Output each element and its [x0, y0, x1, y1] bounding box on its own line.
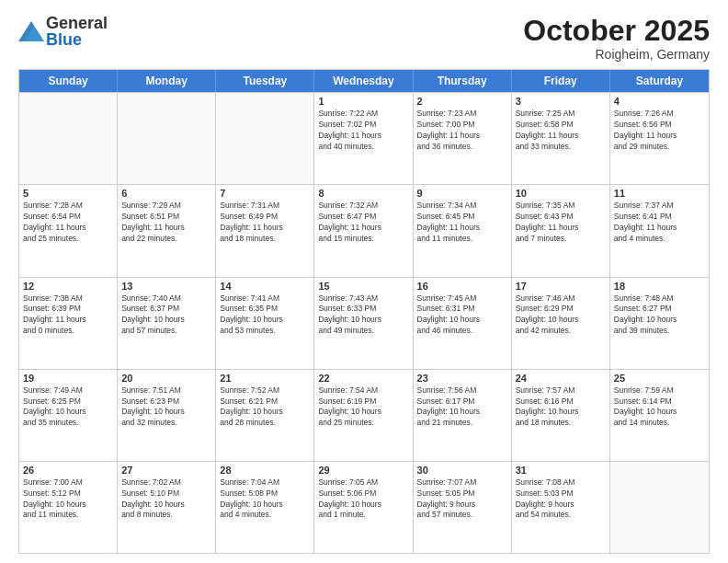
day-number: 7 [220, 188, 310, 199]
day-number: 16 [417, 281, 507, 292]
day-info: Sunrise: 7:49 AM Sunset: 6:25 PM Dayligh… [23, 385, 113, 430]
cal-day-15: 15Sunrise: 7:43 AM Sunset: 6:33 PM Dayli… [314, 278, 413, 369]
logo-text: General Blue [46, 15, 108, 48]
day-number: 29 [318, 465, 408, 476]
day-number: 11 [614, 188, 705, 199]
day-info: Sunrise: 7:00 AM Sunset: 5:12 PM Dayligh… [23, 477, 113, 522]
day-info: Sunrise: 7:37 AM Sunset: 6:41 PM Dayligh… [614, 201, 705, 245]
header-day-saturday: Saturday [610, 70, 709, 92]
cal-day-12: 12Sunrise: 7:38 AM Sunset: 6:39 PM Dayli… [19, 278, 118, 369]
day-number: 23 [417, 373, 507, 384]
day-number: 18 [614, 281, 705, 292]
cal-day-17: 17Sunrise: 7:46 AM Sunset: 6:29 PM Dayli… [512, 278, 610, 369]
day-info: Sunrise: 7:07 AM Sunset: 5:05 PM Dayligh… [417, 477, 507, 522]
cal-day-7: 7Sunrise: 7:31 AM Sunset: 6:49 PM Daylig… [216, 185, 314, 276]
day-number: 21 [220, 373, 310, 384]
logo: General Blue [18, 15, 108, 48]
cal-day-4: 4Sunrise: 7:26 AM Sunset: 6:56 PM Daylig… [610, 93, 709, 184]
day-info: Sunrise: 7:29 AM Sunset: 6:51 PM Dayligh… [121, 201, 211, 245]
day-info: Sunrise: 7:32 AM Sunset: 6:47 PM Dayligh… [318, 201, 408, 245]
day-info: Sunrise: 7:56 AM Sunset: 6:17 PM Dayligh… [417, 385, 507, 430]
calendar: SundayMondayTuesdayWednesdayThursdayFrid… [18, 69, 710, 554]
cal-day-10: 10Sunrise: 7:35 AM Sunset: 6:43 PM Dayli… [512, 185, 610, 276]
cal-week-0: 1Sunrise: 7:22 AM Sunset: 7:02 PM Daylig… [19, 92, 709, 184]
day-info: Sunrise: 7:38 AM Sunset: 6:39 PM Dayligh… [23, 293, 113, 338]
day-number: 5 [23, 188, 113, 199]
cal-day-26: 26Sunrise: 7:00 AM Sunset: 5:12 PM Dayli… [19, 462, 118, 553]
header: General Blue October 2025 Roigheim, Germ… [18, 15, 710, 62]
day-number: 1 [318, 96, 408, 107]
day-number: 13 [121, 281, 211, 292]
cal-day-6: 6Sunrise: 7:29 AM Sunset: 6:51 PM Daylig… [118, 185, 216, 276]
calendar-body: 1Sunrise: 7:22 AM Sunset: 7:02 PM Daylig… [19, 92, 709, 553]
cal-empty [19, 93, 118, 184]
day-info: Sunrise: 7:02 AM Sunset: 5:10 PM Dayligh… [121, 477, 211, 522]
day-info: Sunrise: 7:26 AM Sunset: 6:56 PM Dayligh… [614, 109, 705, 153]
header-day-monday: Monday [118, 70, 216, 92]
day-number: 30 [417, 465, 507, 476]
cal-day-9: 9Sunrise: 7:34 AM Sunset: 6:45 PM Daylig… [414, 185, 512, 276]
cal-day-23: 23Sunrise: 7:56 AM Sunset: 6:17 PM Dayli… [414, 370, 512, 461]
day-number: 8 [318, 188, 408, 199]
day-info: Sunrise: 7:46 AM Sunset: 6:29 PM Dayligh… [516, 293, 606, 338]
day-number: 27 [121, 465, 211, 476]
cal-empty [118, 93, 216, 184]
cal-day-24: 24Sunrise: 7:57 AM Sunset: 6:16 PM Dayli… [512, 370, 610, 461]
day-info: Sunrise: 7:45 AM Sunset: 6:31 PM Dayligh… [417, 293, 507, 338]
day-number: 24 [516, 373, 606, 384]
cal-day-22: 22Sunrise: 7:54 AM Sunset: 6:19 PM Dayli… [314, 370, 413, 461]
day-info: Sunrise: 7:31 AM Sunset: 6:49 PM Dayligh… [220, 201, 310, 245]
day-info: Sunrise: 7:43 AM Sunset: 6:33 PM Dayligh… [318, 293, 408, 338]
cal-day-30: 30Sunrise: 7:07 AM Sunset: 5:05 PM Dayli… [414, 462, 512, 553]
page: General Blue October 2025 Roigheim, Germ… [0, 0, 728, 563]
day-number: 4 [614, 96, 705, 107]
cal-day-16: 16Sunrise: 7:45 AM Sunset: 6:31 PM Dayli… [414, 278, 512, 369]
day-number: 17 [516, 281, 606, 292]
cal-day-25: 25Sunrise: 7:59 AM Sunset: 6:14 PM Dayli… [610, 370, 709, 461]
header-day-tuesday: Tuesday [216, 70, 314, 92]
day-number: 22 [318, 373, 408, 384]
cal-day-20: 20Sunrise: 7:51 AM Sunset: 6:23 PM Dayli… [118, 370, 216, 461]
logo-general-text: General [46, 15, 108, 31]
cal-day-21: 21Sunrise: 7:52 AM Sunset: 6:21 PM Dayli… [216, 370, 314, 461]
day-number: 19 [23, 373, 113, 384]
day-info: Sunrise: 7:40 AM Sunset: 6:37 PM Dayligh… [121, 293, 211, 338]
cal-day-27: 27Sunrise: 7:02 AM Sunset: 5:10 PM Dayli… [118, 462, 216, 553]
cal-day-18: 18Sunrise: 7:48 AM Sunset: 6:27 PM Dayli… [610, 278, 709, 369]
day-number: 12 [23, 281, 113, 292]
cal-day-31: 31Sunrise: 7:08 AM Sunset: 5:03 PM Dayli… [512, 462, 610, 553]
day-info: Sunrise: 7:54 AM Sunset: 6:19 PM Dayligh… [318, 385, 408, 430]
cal-day-14: 14Sunrise: 7:41 AM Sunset: 6:35 PM Dayli… [216, 278, 314, 369]
cal-day-19: 19Sunrise: 7:49 AM Sunset: 6:25 PM Dayli… [19, 370, 118, 461]
day-number: 3 [516, 96, 606, 107]
day-number: 20 [121, 373, 211, 384]
calendar-header: SundayMondayTuesdayWednesdayThursdayFrid… [19, 70, 709, 92]
header-day-wednesday: Wednesday [314, 70, 413, 92]
cal-day-3: 3Sunrise: 7:25 AM Sunset: 6:58 PM Daylig… [512, 93, 610, 184]
day-number: 26 [23, 465, 113, 476]
day-info: Sunrise: 7:08 AM Sunset: 5:03 PM Dayligh… [516, 477, 606, 522]
day-info: Sunrise: 7:52 AM Sunset: 6:21 PM Dayligh… [220, 385, 310, 430]
header-day-thursday: Thursday [414, 70, 512, 92]
day-info: Sunrise: 7:35 AM Sunset: 6:43 PM Dayligh… [516, 201, 606, 245]
cal-day-29: 29Sunrise: 7:05 AM Sunset: 5:06 PM Dayli… [314, 462, 413, 553]
cal-week-3: 19Sunrise: 7:49 AM Sunset: 6:25 PM Dayli… [19, 369, 709, 461]
header-day-sunday: Sunday [19, 70, 118, 92]
day-number: 2 [417, 96, 507, 107]
day-info: Sunrise: 7:48 AM Sunset: 6:27 PM Dayligh… [614, 293, 705, 338]
logo-icon [18, 21, 44, 41]
day-number: 25 [614, 373, 705, 384]
day-number: 28 [220, 465, 310, 476]
day-info: Sunrise: 7:28 AM Sunset: 6:54 PM Dayligh… [23, 201, 113, 245]
month-title: October 2025 [523, 15, 710, 47]
location: Roigheim, Germany [523, 47, 710, 62]
day-info: Sunrise: 7:23 AM Sunset: 7:00 PM Dayligh… [417, 109, 507, 153]
cal-day-11: 11Sunrise: 7:37 AM Sunset: 6:41 PM Dayli… [610, 185, 709, 276]
cal-week-4: 26Sunrise: 7:00 AM Sunset: 5:12 PM Dayli… [19, 461, 709, 553]
logo-blue-text: Blue [46, 31, 108, 48]
cal-day-8: 8Sunrise: 7:32 AM Sunset: 6:47 PM Daylig… [314, 185, 413, 276]
cal-day-28: 28Sunrise: 7:04 AM Sunset: 5:08 PM Dayli… [216, 462, 314, 553]
cal-day-1: 1Sunrise: 7:22 AM Sunset: 7:02 PM Daylig… [314, 93, 413, 184]
cal-day-2: 2Sunrise: 7:23 AM Sunset: 7:00 PM Daylig… [414, 93, 512, 184]
day-number: 6 [121, 188, 211, 199]
